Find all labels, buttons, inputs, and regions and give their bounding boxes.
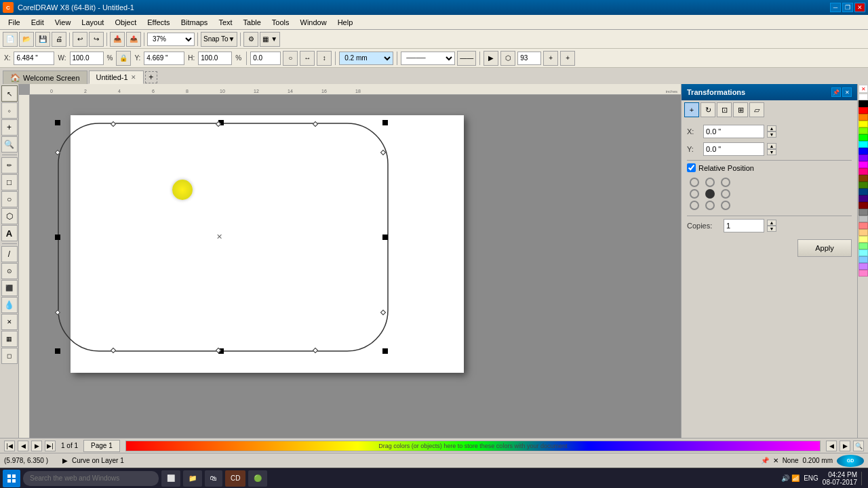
- copies-spin[interactable]: ▲ ▼: [767, 220, 776, 232]
- anchor-tl[interactable]: [690, 178, 699, 187]
- color-cyan[interactable]: [859, 141, 868, 148]
- blend-tool[interactable]: ⊙: [1, 263, 18, 279]
- lock-ratio-btn[interactable]: 🔒: [116, 51, 131, 66]
- y-spin[interactable]: ▲ ▼: [767, 143, 776, 155]
- task-view-btn[interactable]: ⬜: [161, 470, 180, 487]
- start-button[interactable]: [3, 470, 20, 487]
- copies-spin-up[interactable]: ▲: [767, 220, 776, 226]
- scroll-right-btn[interactable]: ▶: [840, 441, 850, 451]
- node-edit-tool[interactable]: ⬦: [1, 102, 18, 119]
- no-color-swatch[interactable]: ✕: [859, 85, 868, 93]
- handle-bl[interactable]: [55, 348, 60, 354]
- select-tool[interactable]: ↖: [1, 85, 18, 102]
- export-btn[interactable]: 📤: [126, 32, 141, 47]
- y-pos-input[interactable]: [703, 142, 764, 156]
- add-node2-btn[interactable]: +: [560, 51, 575, 66]
- tab-skew[interactable]: ▱: [749, 102, 764, 117]
- search-input[interactable]: [23, 471, 159, 486]
- restore-button[interactable]: ❐: [842, 3, 853, 12]
- canvas-inner[interactable]: ✕: [30, 95, 681, 438]
- menu-text[interactable]: Text: [213, 17, 237, 28]
- relative-position-label[interactable]: Relative Position: [698, 164, 754, 172]
- y-spin-up[interactable]: ▲: [767, 143, 776, 149]
- rectangle-tool[interactable]: □: [1, 174, 18, 190]
- color-black[interactable]: [859, 100, 868, 107]
- color-red[interactable]: [859, 107, 868, 114]
- color-orange[interactable]: [859, 114, 868, 121]
- anchor-mc[interactable]: [705, 189, 715, 199]
- height-input[interactable]: [198, 52, 232, 65]
- flip-h-btn[interactable]: ↔: [300, 51, 315, 66]
- anchor-mr[interactable]: [721, 189, 730, 199]
- freehand-tool[interactable]: ✏: [1, 157, 18, 174]
- close-button[interactable]: ✕: [854, 3, 865, 12]
- line-style-select[interactable]: ────: [401, 52, 455, 65]
- polygon-tool[interactable]: ⬡: [1, 208, 18, 224]
- handle-tl[interactable]: [55, 120, 60, 125]
- undo-btn[interactable]: ↩: [73, 32, 87, 47]
- text-tool[interactable]: A: [1, 225, 18, 241]
- add-node-btn[interactable]: +: [543, 51, 558, 66]
- redo-btn[interactable]: ↪: [89, 32, 104, 47]
- tab-add-btn[interactable]: +: [145, 71, 157, 83]
- color-lightpink[interactable]: [859, 270, 868, 277]
- x-input[interactable]: [14, 52, 54, 65]
- minimize-button[interactable]: ─: [830, 3, 841, 12]
- color-purple[interactable]: [859, 155, 868, 161]
- eyedropper-tool[interactable]: 💧: [1, 297, 18, 313]
- color-lightgreen[interactable]: [859, 243, 868, 249]
- selected-object-container[interactable]: ✕: [43, 108, 396, 366]
- store-btn[interactable]: 🛍: [205, 470, 222, 487]
- zoom-page-btn[interactable]: 🔍: [853, 441, 864, 451]
- y-spin-down[interactable]: ▼: [767, 149, 776, 155]
- color-peach[interactable]: [859, 229, 868, 236]
- shadow-tool[interactable]: ◻: [1, 348, 18, 364]
- tab-rotate[interactable]: ↻: [701, 102, 715, 117]
- menu-edit[interactable]: Edit: [26, 17, 50, 28]
- menu-effects[interactable]: Effects: [142, 17, 175, 28]
- menu-view[interactable]: View: [50, 17, 77, 28]
- other-app-btn[interactable]: 🟢: [248, 470, 267, 487]
- anchor-tc[interactable]: [705, 178, 715, 187]
- tab-scale[interactable]: ⊡: [717, 102, 732, 117]
- menu-object[interactable]: Object: [109, 17, 142, 28]
- panel-close-btn[interactable]: ✕: [842, 87, 852, 97]
- color-gray[interactable]: [859, 209, 868, 216]
- anchor-bl[interactable]: [690, 201, 699, 210]
- show-desktop-btn[interactable]: [861, 472, 865, 485]
- eraser-tool[interactable]: ✕: [1, 314, 18, 330]
- view-btn[interactable]: ▦ ▼: [260, 32, 280, 47]
- file-explorer-btn[interactable]: 📁: [183, 470, 202, 487]
- line-end-btn[interactable]: ——: [457, 51, 476, 66]
- anchor-br[interactable]: [721, 201, 730, 210]
- x-spin-down[interactable]: ▼: [767, 131, 776, 138]
- tab-size[interactable]: ⊞: [733, 102, 748, 117]
- ellipse-tool[interactable]: ○: [1, 191, 18, 207]
- copies-input[interactable]: [724, 219, 764, 232]
- color-brown[interactable]: [859, 175, 868, 182]
- color-indigo[interactable]: [859, 195, 868, 202]
- x-pos-input[interactable]: [703, 125, 764, 138]
- print-btn[interactable]: 🖨: [52, 32, 66, 47]
- page-nav-last[interactable]: ▶|: [45, 441, 56, 451]
- save-btn[interactable]: 💾: [35, 32, 50, 47]
- settings-btn[interactable]: ⚙: [243, 32, 258, 47]
- copies-spin-down[interactable]: ▼: [767, 226, 776, 232]
- tab-welcome[interactable]: 🏠 Welcome Screen: [3, 70, 87, 84]
- handle-tr[interactable]: [382, 120, 388, 125]
- page-nav-next[interactable]: ▶: [31, 441, 42, 451]
- nodes-input[interactable]: [517, 52, 541, 65]
- rotation-circle[interactable]: ○: [283, 51, 298, 66]
- y-input[interactable]: [144, 52, 184, 65]
- shape-btn[interactable]: ⬡: [500, 51, 515, 66]
- color-yellow[interactable]: [859, 121, 868, 127]
- color-pink[interactable]: [859, 168, 868, 175]
- page-nav-prev[interactable]: ◀: [18, 441, 28, 451]
- menu-table[interactable]: Table: [238, 17, 267, 28]
- open-btn[interactable]: 📂: [19, 32, 34, 47]
- color-white[interactable]: [859, 94, 868, 100]
- line-tool[interactable]: /: [1, 246, 18, 262]
- node-tool-btn[interactable]: ▶: [484, 51, 498, 66]
- color-lime[interactable]: [859, 127, 868, 134]
- menu-file[interactable]: File: [3, 17, 26, 28]
